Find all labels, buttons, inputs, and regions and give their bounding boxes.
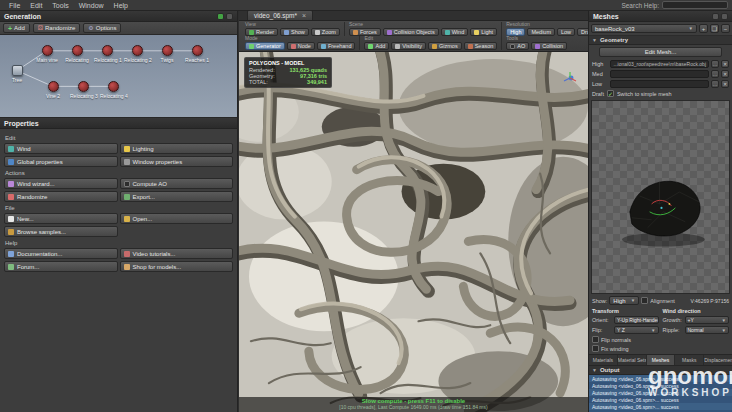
delete-mesh-button[interactable]: −	[721, 24, 730, 33]
flip-dropdown[interactable]: Y Z ▼	[614, 326, 659, 334]
asset-tab[interactable]: Materials	[589, 355, 618, 365]
clear-file-button[interactable]: ✕	[721, 60, 729, 68]
properties-button[interactable]: Export...	[120, 191, 234, 202]
properties-button[interactable]: Window properties	[120, 156, 234, 167]
asset-tab[interactable]: Meshes	[647, 355, 676, 365]
properties-button[interactable]: Global properties	[4, 156, 118, 167]
mesh-path-field[interactable]	[610, 80, 709, 88]
ripple-dropdown[interactable]: Normal ▼	[685, 326, 730, 334]
clear-file-button[interactable]: ✕	[721, 80, 729, 88]
document-tabbar: video_06.spm* ×	[239, 11, 588, 21]
properties-button[interactable]: Wind wizard...	[4, 178, 118, 189]
asset-tab[interactable]: Masks	[675, 355, 704, 365]
generation-node-graph[interactable]: Tree Main vine Relocating Relocating 1 R…	[0, 35, 237, 118]
properties-button[interactable]: Compute AO	[120, 178, 234, 189]
menu-item[interactable]: Window	[74, 2, 109, 9]
node-item[interactable]: Twigs	[154, 45, 180, 63]
toolbar-button[interactable]: Medium	[527, 28, 555, 36]
node-item[interactable]: Reaches 1	[184, 45, 210, 63]
node-item[interactable]: Relocating 2	[124, 45, 150, 63]
toolbar-button[interactable]: Light	[470, 28, 497, 36]
clear-file-button[interactable]: ✕	[721, 70, 729, 78]
search-help-input[interactable]	[662, 1, 728, 9]
toolbar-button[interactable]: AO	[506, 42, 529, 50]
mesh-select-dropdown[interactable]: baseRock_v03 ▼	[591, 24, 697, 33]
output-log[interactable]: Autosaving <video_06.spm>... successAuto…	[589, 375, 732, 412]
menu-item[interactable]: Help	[109, 2, 133, 9]
browse-file-button[interactable]: …	[711, 60, 719, 68]
add-generator-button[interactable]: + Add	[3, 23, 30, 33]
document-tab[interactable]: video_06.spm* ×	[247, 10, 313, 20]
properties-button[interactable]: Forum...	[4, 261, 118, 272]
properties-button[interactable]: Lighting	[120, 143, 234, 154]
asset-tab[interactable]: Material Sets	[618, 355, 647, 365]
menu-item[interactable]: Edit	[25, 2, 47, 9]
toolbar-button[interactable]: Collision	[531, 42, 567, 50]
toolbar-button[interactable]: Wind	[441, 28, 469, 36]
panel-menu-icon[interactable]	[226, 13, 233, 20]
orient-dropdown[interactable]: Y-Up Right-Handed ▼	[614, 316, 659, 324]
toolbar-button[interactable]: Zoom	[311, 28, 340, 36]
menu-item[interactable]: Tools	[47, 2, 73, 9]
toolbar-button[interactable]: Add	[364, 42, 389, 50]
options-button[interactable]: ⚙ Options	[83, 23, 121, 33]
toolbar-button[interactable]: Low	[557, 28, 575, 36]
alignment-checkbox[interactable]	[641, 297, 648, 304]
mesh-path-field[interactable]	[610, 70, 709, 78]
close-icon[interactable]: ×	[302, 12, 306, 19]
flip-normals-checkbox[interactable]	[592, 336, 599, 343]
lod-row-low: Low … ✕	[589, 79, 732, 89]
transform-section: Transform Orient: Y-Up Right-Handed ▼ Fl…	[589, 306, 732, 354]
stat-value: 349,941	[307, 79, 327, 85]
toolbar-button[interactable]: Collision Objects	[383, 28, 439, 36]
properties-button[interactable]: Browse samples...	[4, 226, 118, 237]
panel-menu-icon[interactable]	[721, 13, 728, 20]
node-item[interactable]: Main vine	[34, 45, 60, 63]
mesh-path-field[interactable]: ...ional03_root\speedtree\m\baseRock.obj	[610, 60, 709, 68]
edit-mesh-button[interactable]: Edit Mesh...	[599, 47, 721, 57]
log-line: Autosaving <video_06.spm>... success	[589, 375, 732, 382]
toolbar-button[interactable]: Generator	[245, 42, 285, 50]
toolbar-button[interactable]: Show	[280, 28, 309, 36]
geometry-section-header[interactable]: ▼ Geometry	[589, 36, 732, 45]
properties-button[interactable]: Documentation...	[4, 248, 118, 259]
toolbar-button[interactable]: Node	[287, 42, 315, 50]
toolbar-button[interactable]: Visibility	[391, 42, 426, 50]
toolbar-button[interactable]: Season	[464, 42, 498, 50]
node-item[interactable]: Vine 2	[40, 81, 66, 99]
duplicate-mesh-button[interactable]: ❏	[710, 24, 719, 33]
add-mesh-button[interactable]: +	[699, 24, 708, 33]
fix-winding-checkbox[interactable]	[592, 345, 599, 352]
browse-file-button[interactable]: …	[711, 80, 719, 88]
growth-dropdown[interactable]: +Y ▼	[685, 316, 730, 324]
properties-button[interactable]: Open...	[120, 213, 234, 224]
properties-button[interactable]: Randomize	[4, 191, 118, 202]
3d-viewport[interactable]: POLYGONS - MODEL Rendered:131,625 quads …	[239, 52, 588, 412]
node-item[interactable]: Relocating	[64, 45, 90, 63]
menu-item[interactable]: File	[4, 2, 25, 9]
button-icon	[124, 264, 130, 270]
properties-button[interactable]: Video tutorials...	[120, 248, 234, 259]
toolbar-button[interactable]: Gizmos	[428, 42, 462, 50]
browse-file-button[interactable]: …	[711, 70, 719, 78]
node-item[interactable]: Relocating 3	[70, 81, 96, 99]
log-line: Autosaving <video_06.spm>... success	[589, 403, 732, 410]
output-header[interactable]: ▼ Output	[589, 366, 732, 375]
properties-button[interactable]: Shop for models...	[120, 261, 234, 272]
properties-button[interactable]: New...	[4, 213, 118, 224]
properties-body: Edit WindLightingGlobal propertiesWindow…	[0, 129, 237, 275]
node-tree[interactable]: Tree	[4, 65, 30, 83]
panel-pin-icon[interactable]	[712, 13, 719, 20]
node-item[interactable]: Relocating 4	[100, 81, 126, 99]
orientation-gizmo-icon	[562, 70, 578, 86]
generator-node-icon	[192, 45, 203, 56]
asset-tab[interactable]: Displacements	[704, 355, 732, 365]
toolbar-button[interactable]: Freehand	[317, 42, 356, 50]
show-lod-dropdown[interactable]: High ▼	[609, 296, 639, 305]
simple-mesh-checkbox[interactable]	[607, 90, 614, 97]
properties-button[interactable]: Wind	[4, 143, 118, 154]
mesh-preview[interactable]	[591, 100, 730, 294]
button-icon	[8, 264, 14, 270]
randomize-button[interactable]: ⚄ Randomize	[33, 23, 81, 33]
node-item[interactable]: Relocating 1	[94, 45, 120, 63]
